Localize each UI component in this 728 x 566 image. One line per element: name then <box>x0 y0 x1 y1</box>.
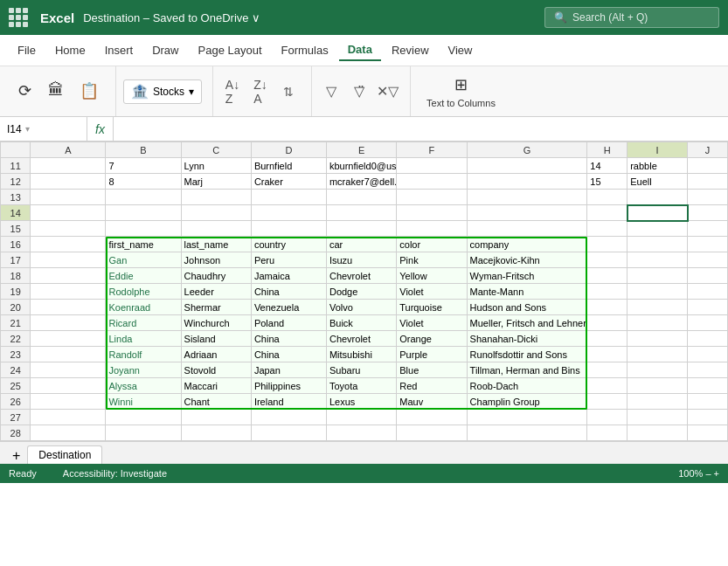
table-cell[interactable] <box>688 158 728 174</box>
table-row[interactable]: 28 <box>1 425 728 441</box>
sort-za-button[interactable]: Z↓A <box>248 79 273 104</box>
table-cell[interactable] <box>106 190 181 205</box>
table-cell[interactable]: Stovold <box>181 362 251 378</box>
table-cell[interactable] <box>627 378 688 394</box>
table-cell[interactable] <box>688 190 728 205</box>
table-cell[interactable] <box>467 221 587 237</box>
table-cell[interactable] <box>627 300 688 315</box>
doc-title[interactable]: Destination – Saved to OneDrive ∨ <box>83 11 260 24</box>
cell-reference-box[interactable]: I14 ▾ <box>0 117 87 141</box>
table-cell[interactable] <box>31 252 106 268</box>
table-cell[interactable] <box>31 300 106 315</box>
table-cell[interactable] <box>627 190 688 205</box>
table-cell[interactable]: Mante-Mann <box>467 284 587 300</box>
menu-view[interactable]: View <box>440 40 482 60</box>
table-cell[interactable]: China <box>251 331 326 347</box>
table-cell[interactable] <box>181 410 251 425</box>
table-cell[interactable] <box>587 221 627 237</box>
table-cell[interactable]: last_name <box>181 237 251 252</box>
table-cell[interactable]: Violet <box>397 315 467 331</box>
table-cell[interactable] <box>397 174 467 190</box>
table-cell[interactable] <box>31 315 106 331</box>
table-cell[interactable]: Philippines <box>251 378 326 394</box>
table-cell[interactable]: Marj <box>181 174 251 190</box>
table-cell[interactable] <box>688 205 728 221</box>
menu-review[interactable]: Review <box>383 40 438 60</box>
table-cell[interactable]: Randolf <box>106 347 181 362</box>
table-cell[interactable] <box>627 252 688 268</box>
table-cell[interactable]: Winni <box>106 394 181 410</box>
menu-insert[interactable]: Insert <box>96 40 142 60</box>
table-cell[interactable]: Rodolphe <box>106 284 181 300</box>
table-cell[interactable] <box>251 205 326 221</box>
table-cell[interactable] <box>31 174 106 190</box>
table-cell[interactable] <box>688 252 728 268</box>
table-cell[interactable]: Orange <box>397 331 467 347</box>
table-cell[interactable]: rabble <box>627 158 688 174</box>
table-cell[interactable]: Lynn <box>181 158 251 174</box>
table-cell[interactable] <box>397 205 467 221</box>
table-cell[interactable] <box>587 362 627 378</box>
add-sheet-button[interactable]: + <box>7 448 25 464</box>
table-cell[interactable] <box>31 331 106 347</box>
col-header-G[interactable]: G <box>467 142 587 158</box>
table-row[interactable]: 14 <box>1 205 728 221</box>
table-cell[interactable]: Linda <box>106 331 181 347</box>
table-cell[interactable] <box>688 268 728 284</box>
table-cell[interactable] <box>106 425 181 441</box>
table-row[interactable]: 117LynnBurnfieldkburnfield0@ustream.tv14… <box>1 158 728 174</box>
table-cell[interactable] <box>181 425 251 441</box>
table-cell[interactable]: Euell <box>627 174 688 190</box>
table-cell[interactable]: Chevrolet <box>326 331 396 347</box>
table-row[interactable]: 27 <box>1 410 728 425</box>
col-header-B[interactable]: B <box>106 142 181 158</box>
table-cell[interactable]: Turquoise <box>397 300 467 315</box>
refresh-btn[interactable]: ⟳ <box>10 72 38 111</box>
menu-file[interactable]: File <box>9 40 45 60</box>
table-cell[interactable] <box>587 205 627 221</box>
table-cell[interactable] <box>688 284 728 300</box>
table-cell[interactable]: Runolfsdottir and Sons <box>467 347 587 362</box>
table-cell[interactable]: 12 <box>1 174 31 190</box>
table-cell[interactable] <box>587 410 627 425</box>
stocks-button[interactable]: 🏦 Stocks ▾ <box>123 79 202 104</box>
table-cell[interactable]: 15 <box>1 221 31 237</box>
table-cell[interactable] <box>627 221 688 237</box>
table-cell[interactable] <box>326 425 396 441</box>
table-cell[interactable]: Adriaan <box>181 347 251 362</box>
table-cell[interactable]: 11 <box>1 158 31 174</box>
table-cell[interactable] <box>31 268 106 284</box>
table-cell[interactable]: Mueller, Fritsch and Lehner <box>467 315 587 331</box>
table-cell[interactable] <box>627 331 688 347</box>
table-cell[interactable]: 26 <box>1 394 31 410</box>
table-cell[interactable]: Champlin Group <box>467 394 587 410</box>
table-cell[interactable]: Yellow <box>397 268 467 284</box>
table-cell[interactable]: Maccari <box>181 378 251 394</box>
table-cell[interactable]: Leeder <box>181 284 251 300</box>
table-cell[interactable] <box>31 425 106 441</box>
table-cell[interactable]: Toyota <box>326 378 396 394</box>
sort-custom-button[interactable]: ⇅ <box>276 79 301 104</box>
table-cell[interactable] <box>587 300 627 315</box>
table-cell[interactable] <box>106 221 181 237</box>
table-cell[interactable] <box>467 205 587 221</box>
table-cell[interactable]: 22 <box>1 331 31 347</box>
table-row[interactable]: 16first_namelast_namecountrycarcolorcomp… <box>1 237 728 252</box>
table-cell[interactable] <box>181 205 251 221</box>
table-row[interactable]: 22LindaSislandChinaChevroletOrangeShanah… <box>1 331 728 347</box>
table-cell[interactable]: Poland <box>251 315 326 331</box>
table-cell[interactable] <box>627 425 688 441</box>
table-cell[interactable]: Chevrolet <box>326 268 396 284</box>
table-row[interactable]: 19RodolpheLeederChinaDodgeVioletMante-Ma… <box>1 284 728 300</box>
table-cell[interactable]: Ricard <box>106 315 181 331</box>
table-cell[interactable]: 7 <box>106 158 181 174</box>
table-cell[interactable] <box>587 378 627 394</box>
table-cell[interactable]: Winchurch <box>181 315 251 331</box>
table-cell[interactable]: Pink <box>397 252 467 268</box>
table-cell[interactable]: 17 <box>1 252 31 268</box>
table-cell[interactable]: Violet <box>397 284 467 300</box>
table-cell[interactable]: Roob-Dach <box>467 378 587 394</box>
table-cell[interactable]: 25 <box>1 378 31 394</box>
table-cell[interactable]: Shermar <box>181 300 251 315</box>
table-cell[interactable]: Ireland <box>251 394 326 410</box>
